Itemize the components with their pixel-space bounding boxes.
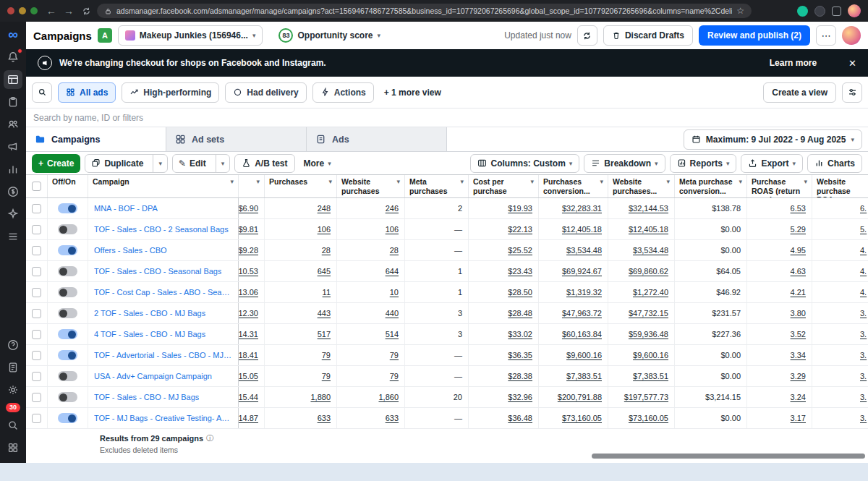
campaign-link[interactable]: Offers - Sales - CBO xyxy=(94,246,167,255)
sort-caret-icon[interactable]: ▾ xyxy=(328,178,332,195)
sort-caret-icon[interactable]: ▾ xyxy=(739,178,742,195)
metric-cell-website_roas[interactable]: 3. xyxy=(812,324,868,344)
campaign-name-cell[interactable]: Offers - Sales - CBO xyxy=(88,240,239,260)
metric-cell-purchases[interactable]: 28 xyxy=(265,240,337,260)
metric-cell-purchase_roas[interactable]: 4.63 xyxy=(747,261,812,281)
metric-cell-cost_per_purchase[interactable]: $25.52 xyxy=(469,240,539,260)
metric-cell-meta_purchase_conversion[interactable]: $231.57 xyxy=(675,303,747,323)
metric-cell-cost_per_purchase[interactable]: $28.48 xyxy=(469,303,539,323)
column-header-purchases[interactable]: Purchases▾ xyxy=(265,175,337,197)
sort-caret-icon[interactable]: ▾ xyxy=(230,178,234,195)
metric-cell-purchases_conversion[interactable]: $200,791.88 xyxy=(539,387,608,407)
row-checkbox[interactable] xyxy=(26,303,48,323)
campaign-link[interactable]: 2 TOF - Sales - CBO - MJ Bags xyxy=(94,309,205,318)
metric-cell-website_purchases_value[interactable]: $47,732.15 xyxy=(608,303,675,323)
metric-cell-meta_purchase_conversion[interactable]: $3,214.15 xyxy=(675,387,747,407)
learn-more-link[interactable]: Learn more xyxy=(770,58,817,68)
sort-caret-icon[interactable]: ▾ xyxy=(666,178,670,195)
reports-button[interactable]: Reports ▾ xyxy=(670,154,737,173)
duplicate-caret[interactable]: ▾ xyxy=(153,155,167,172)
metric-cell-meta_purchases[interactable]: 1 xyxy=(405,261,469,281)
metric-cell-cost[interactable]: $14.31 xyxy=(239,324,265,344)
metric-cell-meta_purchases[interactable]: — xyxy=(405,408,469,428)
campaign-link[interactable]: TOF - Sales - CBO - Seasonal Bags xyxy=(94,267,221,276)
metric-cell-website_roas[interactable]: 3. xyxy=(812,366,868,386)
campaign-name-cell[interactable]: TOF - MJ Bags - Creative Testing- ABO - … xyxy=(88,408,239,428)
export-button[interactable]: Export ▾ xyxy=(741,154,803,173)
sort-caret-icon[interactable]: ▾ xyxy=(804,178,807,195)
metric-cell-website_purchases[interactable]: 10 xyxy=(337,282,405,302)
row-checkbox[interactable] xyxy=(26,345,48,365)
row-delivery-toggle[interactable] xyxy=(48,198,88,218)
notifications-icon[interactable] xyxy=(4,48,22,67)
metric-cell-meta_purchase_conversion[interactable]: $0.00 xyxy=(675,240,747,260)
metric-cell-purchase_roas[interactable]: 3.52 xyxy=(747,324,812,344)
metric-cell-purchase_roas[interactable]: 4.21 xyxy=(747,282,812,302)
metric-cell-purchases[interactable]: 633 xyxy=(265,408,337,428)
search-input[interactable] xyxy=(33,113,861,123)
ab-test-button[interactable]: A/B test xyxy=(234,154,294,173)
view-tab-all-ads[interactable]: All ads xyxy=(58,82,116,103)
metric-cell-cost[interactable]: $14.87 xyxy=(239,408,265,428)
metric-cell-website_purchases_value[interactable]: $1,272.40 xyxy=(608,282,675,302)
tab-campaigns[interactable]: Campaigns xyxy=(26,127,166,151)
metric-cell-website_purchases_value[interactable]: $197,577.73 xyxy=(608,387,675,407)
edit-caret[interactable]: ▾ xyxy=(216,155,230,172)
campaign-name-cell[interactable]: TOF - Sales - CBO - 2 Seasonal Bags xyxy=(88,219,239,239)
metric-cell-purchases[interactable]: 1,880 xyxy=(265,387,337,407)
row-checkbox[interactable] xyxy=(26,324,48,344)
back-button[interactable]: ← xyxy=(45,0,58,22)
horizontal-scrollbar[interactable] xyxy=(592,454,865,459)
metric-cell-purchases[interactable]: 248 xyxy=(265,198,337,218)
metric-cell-meta_purchases[interactable]: 3 xyxy=(405,324,469,344)
metric-cell-website_roas[interactable]: 3. xyxy=(812,345,868,365)
row-checkbox[interactable] xyxy=(26,387,48,407)
row-delivery-toggle[interactable] xyxy=(48,261,88,281)
bookmark-star-icon[interactable]: ☆ xyxy=(736,6,744,16)
refresh-button[interactable] xyxy=(577,25,597,46)
campaign-name-cell[interactable]: TOF - Sales - CBO - Seasonal Bags xyxy=(88,261,239,281)
metric-cell-cost[interactable]: $15.44 xyxy=(239,387,265,407)
metric-cell-meta_purchases[interactable]: 20 xyxy=(405,387,469,407)
metric-cell-cost_per_purchase[interactable]: $32.96 xyxy=(469,387,539,407)
extension-green-icon[interactable] xyxy=(797,6,808,17)
column-header-campaign[interactable]: Campaign▾ xyxy=(88,175,239,197)
row-checkbox[interactable] xyxy=(26,240,48,260)
discard-drafts-button[interactable]: Discard Drafts xyxy=(603,25,693,46)
metric-cell-cost_per_purchase[interactable]: $23.43 xyxy=(469,261,539,281)
more-views-button[interactable]: + 1 more view xyxy=(380,88,446,98)
extension-dark-icon[interactable] xyxy=(814,6,825,17)
metric-cell-purchases_conversion[interactable]: $32,283.31 xyxy=(539,198,608,218)
sort-caret-icon[interactable]: ▾ xyxy=(256,178,260,195)
campaign-name-cell[interactable]: 4 TOF - Sales - CBO - MJ Bags xyxy=(88,324,239,344)
sidebar-item-ads[interactable] xyxy=(4,137,22,156)
metric-cell-website_purchases[interactable]: 514 xyxy=(337,324,405,344)
campaign-link[interactable]: TOF - MJ Bags - Creative Testing- ABO - … xyxy=(94,414,232,422)
row-delivery-toggle[interactable] xyxy=(48,240,88,260)
row-checkbox[interactable] xyxy=(26,408,48,428)
row-delivery-toggle[interactable] xyxy=(48,387,88,407)
metric-cell-cost_per_purchase[interactable]: $36.48 xyxy=(469,408,539,428)
metric-cell-purchases[interactable]: 79 xyxy=(265,345,337,365)
sidebar-item-reporting[interactable] xyxy=(4,160,22,179)
row-delivery-toggle[interactable] xyxy=(48,303,88,323)
sort-caret-icon[interactable]: ▾ xyxy=(460,178,464,195)
browser-panel-icon[interactable] xyxy=(832,7,841,16)
metric-cell-meta_purchase_conversion[interactable]: $64.05 xyxy=(675,261,747,281)
metric-cell-meta_purchases[interactable]: 1 xyxy=(405,282,469,302)
row-checkbox[interactable] xyxy=(26,261,48,281)
metric-cell-meta_purchases[interactable]: — xyxy=(405,345,469,365)
select-all-checkbox[interactable] xyxy=(26,175,48,197)
campaign-link[interactable]: 4 TOF - Sales - CBO - MJ Bags xyxy=(94,330,205,339)
metric-cell-website_purchases_value[interactable]: $69,860.62 xyxy=(608,261,675,281)
metric-cell-website_purchases[interactable]: 1,860 xyxy=(337,387,405,407)
row-delivery-toggle[interactable] xyxy=(48,345,88,365)
metric-cell-purchases[interactable]: 106 xyxy=(265,219,337,239)
metric-cell-website_purchases[interactable]: 79 xyxy=(337,366,405,386)
help-icon[interactable] xyxy=(4,336,22,354)
sort-caret-icon[interactable]: ▾ xyxy=(600,178,603,195)
metric-cell-website_purchases[interactable]: 28 xyxy=(337,240,405,260)
create-view-button[interactable]: Create a view xyxy=(763,82,836,103)
metric-cell-meta_purchases[interactable]: 2 xyxy=(405,198,469,218)
metric-cell-meta_purchases[interactable]: — xyxy=(405,366,469,386)
